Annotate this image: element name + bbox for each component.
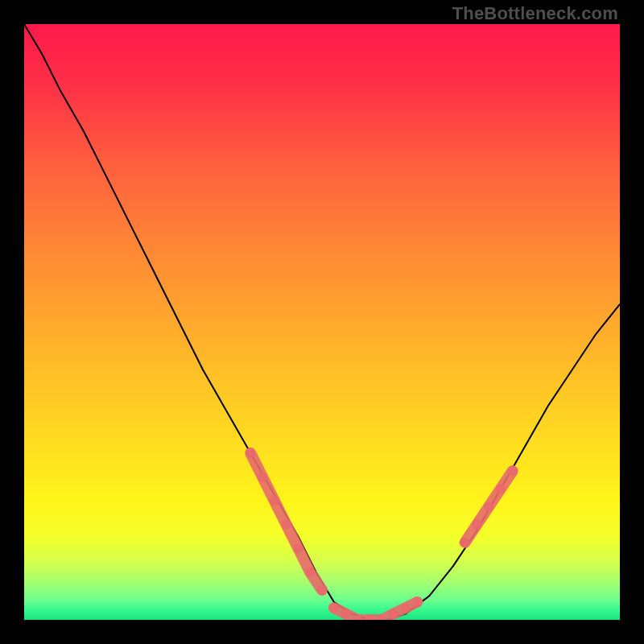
bottleneck-chart [24,24,620,620]
marker-dot [508,466,518,476]
watermark-text: TheBottleneck.com [452,3,618,24]
marker-dot [472,520,481,530]
marker-dot [412,597,422,607]
gradient-background [24,24,620,620]
marker-dot [246,448,255,458]
marker-dot [460,538,470,547]
marker-dot [496,484,506,493]
marker-dot [401,603,411,613]
marker-dot [341,609,351,619]
marker-dot [293,543,303,553]
marker-dot [329,603,339,613]
marker-dot [484,502,493,511]
marker-dot [389,609,398,619]
marker-dot [282,520,291,530]
plot-area [24,24,620,620]
marker-dot [270,496,279,506]
chart-frame: TheBottleneck.com [0,0,644,644]
marker-dot [258,472,267,481]
marker-dot [305,568,315,577]
marker-dot [317,585,327,595]
